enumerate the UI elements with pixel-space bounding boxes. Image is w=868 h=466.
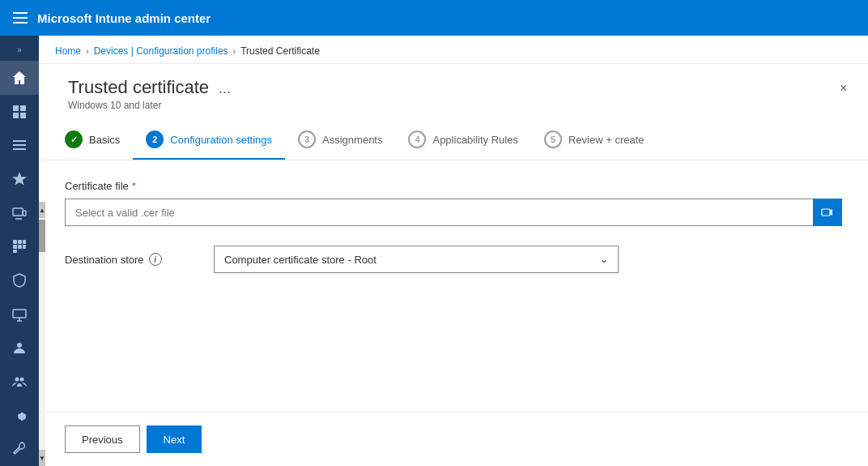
sidebar-item-favorites[interactable] [0,162,39,196]
step-circle-config: 2 [146,130,164,148]
certificate-file-label: Certificate file * [65,180,842,192]
breadcrumb-sep-2: › [233,46,236,56]
step-label-basics: Basics [89,134,120,146]
app-title: Microsoft Intune admin center [37,11,211,25]
svg-point-17 [17,343,22,348]
certificate-file-input[interactable] [65,199,813,226]
sidebar-item-devices[interactable] [0,196,39,230]
panel-menu-btn[interactable]: ... [219,80,231,97]
step-circle-applicability: 4 [408,130,426,148]
destination-store-dropdown[interactable]: Computer certificate store - Root ⌄ [214,246,619,273]
sidebar-item-apps[interactable] [0,229,39,263]
svg-rect-16 [13,310,26,318]
form-footer: Previous Next [39,412,868,466]
svg-rect-4 [13,140,26,142]
content-area: Home › Devices | Configuration profiles … [39,36,868,466]
panel-subtitle: Windows 10 and later [68,100,209,111]
sidebar-expand-btn[interactable]: » [0,39,39,61]
breadcrumb-bar: Home › Devices | Configuration profiles … [39,36,868,64]
svg-point-18 [15,377,19,381]
svg-point-19 [20,377,24,381]
form-content: Certificate file * [39,160,868,412]
sidebar-item-groups[interactable] [0,365,39,399]
destination-store-value: Computer certificate store - Root [224,254,377,266]
panel-close-btn[interactable]: × [832,77,855,100]
wizard-step-review[interactable]: 5 Review + create [531,121,657,160]
svg-rect-6 [13,148,26,150]
svg-rect-1 [20,105,26,111]
panel-title: Trusted certificate [68,77,209,98]
svg-rect-20 [822,209,830,216]
sidebar-item-users[interactable] [0,331,39,365]
wizard-step-config[interactable]: 2 Configuration settings [133,121,285,160]
breadcrumb: Home › Devices | Configuration profiles … [55,45,852,57]
step-circle-review: 5 [544,130,562,148]
scroll-down-btn[interactable]: ▼ [39,450,45,466]
svg-rect-7 [13,208,23,216]
sidebar-item-list[interactable] [0,128,39,162]
certificate-file-group: Certificate file * [65,180,842,226]
breadcrumb-devices[interactable]: Devices | Configuration profiles [94,45,228,57]
breadcrumb-sep-1: › [86,46,89,56]
svg-rect-13 [18,245,22,249]
previous-button[interactable]: Previous [65,425,140,453]
required-star: * [132,180,136,192]
wizard-step-assignments[interactable]: 3 Assignments [285,121,395,160]
next-button[interactable]: Next [147,425,202,453]
step-label-review: Review + create [568,134,645,146]
breadcrumb-current: Trusted Certificate [240,45,320,57]
svg-rect-8 [23,211,26,216]
svg-rect-14 [23,245,26,249]
file-input-row [65,199,842,226]
destination-store-info-icon[interactable]: i [149,253,162,266]
svg-rect-15 [13,250,17,253]
svg-rect-0 [13,105,19,111]
step-label-applicability: Applicability Rules [432,134,518,146]
step-label-config: Configuration settings [170,134,272,146]
svg-rect-2 [13,113,19,118]
sidebar-item-settings[interactable] [0,399,39,433]
scroll-track: ▲ ▼ [39,202,45,466]
svg-rect-10 [18,240,22,244]
hamburger-menu[interactable] [13,12,28,24]
step-circle-basics: ✓ [65,130,83,148]
svg-rect-9 [13,240,17,244]
top-bar: Microsoft Intune admin center [0,0,868,36]
sidebar-item-monitor[interactable] [0,297,39,331]
file-browse-btn[interactable] [813,199,842,226]
wizard-step-applicability[interactable]: 4 Applicability Rules [395,121,531,160]
svg-rect-11 [23,240,26,244]
svg-rect-5 [13,144,26,146]
sidebar: » [0,36,39,466]
sidebar-item-home[interactable] [0,61,39,95]
svg-rect-12 [13,245,17,249]
panel-header: Trusted certificate Windows 10 and later… [39,64,868,121]
breadcrumb-home[interactable]: Home [55,45,81,57]
scroll-thumb[interactable] [39,220,45,252]
panel: ▲ ▼ Trusted certificate Windows 10 and l… [39,64,868,466]
sidebar-item-security[interactable] [0,263,39,297]
svg-rect-3 [20,113,26,118]
step-circle-assignments: 3 [298,130,316,148]
step-label-assignments: Assignments [322,134,382,146]
wizard-step-basics[interactable]: ✓ Basics [52,121,133,160]
sidebar-item-dashboard[interactable] [0,95,39,129]
destination-store-label: Destination store i [65,253,194,266]
sidebar-item-tools[interactable] [0,432,39,466]
destination-store-row: Destination store i Computer certificate… [65,246,842,273]
wizard-tabs: ✓ Basics 2 Configuration settings 3 Assi… [39,121,868,160]
dropdown-arrow-icon: ⌄ [600,254,608,265]
scroll-up-btn[interactable]: ▲ [39,202,45,218]
